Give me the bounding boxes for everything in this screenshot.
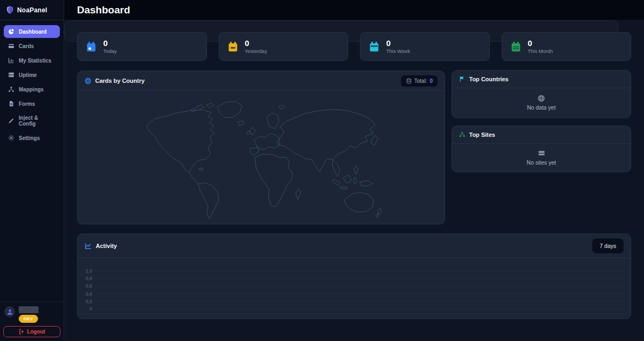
main-content: 0 Today 0 Yesterday 0 This Week [64,20,644,341]
globe-icon [85,78,91,84]
top-sites-panel: Top Sites No sites yet [451,126,631,172]
activity-chart: 1,0 0,8 0,6 0,4 0,2 0 [78,258,631,313]
sidebar-item-label: Dashboard [19,29,47,35]
sidebar-item-label: Mappings [19,87,44,92]
total-label: Total: [415,78,427,84]
activity-panel: Activity 7 days 1,0 0,8 0,6 0,4 0,2 0 [77,234,631,319]
gear-icon [8,135,14,141]
panel-title: Top Countries [469,76,509,82]
stat-card-today: 0 Today [77,32,207,61]
dev-badge: DEV [19,315,38,323]
gridline [96,293,624,294]
chart-grid-row: 0 [82,305,624,313]
y-tick-label: 0,4 [82,291,96,297]
sidebar-item-my-statistics[interactable]: My Statistics [4,54,60,67]
sidebar-item-label: Cards [19,43,34,49]
shield-logo-icon [6,6,14,14]
calendar-icon [227,41,239,52]
calendar-icon [510,41,522,52]
empty-state: No sites yet [452,144,631,171]
sidebar-item-forms[interactable]: Forms [4,97,60,110]
username-redacted [19,306,39,313]
panel-title: Top Sites [469,131,495,138]
logout-icon [19,329,25,335]
world-map [133,94,389,221]
stat-label: Today [103,48,117,54]
panel-header: Cards by Country Total: 0 [78,71,444,91]
gridline [96,301,624,301]
gridline [96,278,624,279]
y-tick-label: 0,6 [82,283,96,289]
document-icon [8,100,14,107]
sidebar-item-label: Settings [19,135,40,141]
calendar-icon [86,41,97,52]
sidebar-item-dashboard[interactable]: Dashboard [4,25,60,38]
top-bar: Dashboard [64,0,644,20]
sidebar: NoaPanel Dashboard Cards My Statistics U… [0,0,64,341]
chart-grid-row: 0,8 [82,275,624,282]
database-icon [406,78,412,84]
y-tick-label: 0,2 [82,299,96,304]
sidebar-item-label: Uptime [19,72,37,78]
line-chart-icon [85,242,92,250]
stat-card-this-month: 0 This Month [502,32,632,61]
stat-label: Yesterday [245,48,267,54]
sidebar-footer: DEV Logout [0,301,64,341]
stat-card-yesterday: 0 Yesterday [219,32,349,61]
empty-state: No data yet [452,88,631,117]
total-value: 0 [430,78,433,84]
stat-value: 0 [386,39,410,47]
logout-button[interactable]: Logout [3,326,60,337]
app-name: NoaPanel [17,6,47,14]
stat-label: This Month [528,48,553,54]
sidebar-item-uptime[interactable]: Uptime [4,68,60,81]
stat-value: 0 [528,39,553,47]
user-info: DEV [19,306,39,323]
network-icon [8,86,14,92]
y-tick-label: 0,8 [82,276,96,281]
stat-value: 0 [103,39,117,47]
page-title: Dashboard [77,4,130,16]
top-countries-panel: Top Countries No data yet [451,70,631,118]
sidebar-nav: Dashboard Cards My Statistics Uptime Map… [0,20,64,149]
chart-grid-row: 0,6 [82,282,624,290]
sidebar-item-inject-config[interactable]: Inject & Config [4,112,60,130]
flag-icon [459,76,465,82]
empty-text: No data yet [527,104,556,111]
server-icon [538,149,546,157]
chart-grid-row: 1,0 [82,267,624,275]
gridline [96,271,624,272]
cards-by-country-panel: Cards by Country Total: 0 [77,71,445,224]
y-tick-label: 0 [82,306,96,312]
world-map-container [78,91,444,223]
total-badge: Total: 0 [401,75,438,87]
server-icon [8,72,14,78]
panel-header: Activity 7 days [78,234,631,258]
chart-grid-row: 0,4 [82,290,624,298]
panel-title: Activity [96,243,117,249]
gridline [96,286,624,286]
empty-text: No sites yet [527,159,556,166]
credit-card-icon [8,43,14,49]
y-tick-label: 1,0 [82,268,96,274]
gridline [96,309,624,309]
pen-icon [8,118,14,124]
panel-title: Cards by Country [95,78,144,84]
range-7days-button[interactable]: 7 days [592,238,624,253]
chart-grid-row: 0,2 [82,298,624,305]
pie-chart-icon [8,28,14,35]
panel-header: Top Sites [452,126,631,144]
avatar [4,306,15,317]
user-row: DEV [3,306,60,326]
sidebar-item-settings[interactable]: Settings [4,131,60,144]
sitemap-icon [459,131,465,138]
panel-header: Top Countries [452,71,631,88]
sidebar-item-mappings[interactable]: Mappings [4,83,60,96]
bar-chart-icon [8,57,14,64]
stats-row: 0 Today 0 Yesterday 0 This Week [77,32,631,61]
globe-icon [538,95,545,102]
logout-label: Logout [27,329,45,335]
stat-card-this-week: 0 This Week [360,32,490,61]
sidebar-item-label: My Statistics [19,58,51,64]
sidebar-item-cards[interactable]: Cards [4,40,60,52]
